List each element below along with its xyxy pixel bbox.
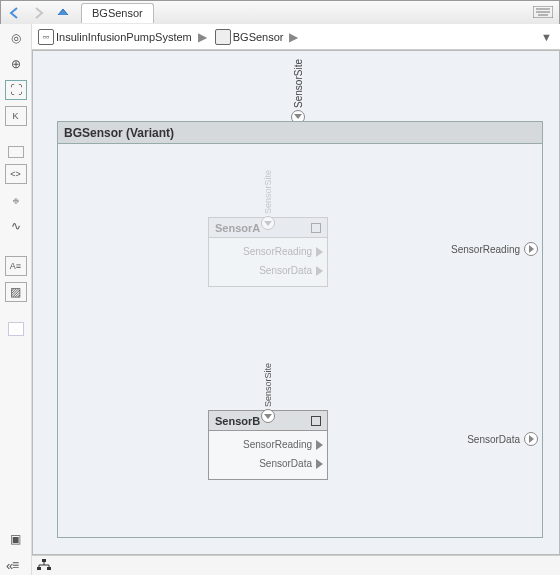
variant-badge-icon <box>311 416 321 426</box>
sensor-b-title: SensorB <box>215 415 260 427</box>
rail-port-icon[interactable]: ⎆ <box>5 190 27 210</box>
system-icon: ▫▫ <box>38 29 54 45</box>
breadcrumb-bar: ▫▫ InsulinInfusionPumpSystem ▶ BGSensor … <box>32 24 560 50</box>
hierarchy-icon <box>36 559 52 571</box>
collapse-rail-button[interactable]: « <box>6 558 13 573</box>
svg-rect-5 <box>37 567 41 570</box>
port-out-icon <box>316 266 323 276</box>
top-port-label: SensorSite <box>293 59 304 108</box>
forward-arrow-icon <box>31 6 47 20</box>
sensor-a-top-port-label: SensorSite <box>263 170 273 214</box>
out-port-reading-label: SensorReading <box>451 244 520 255</box>
port-out-icon <box>316 247 323 257</box>
sub-block-sensor-b[interactable]: SensorSite SensorB SensorReading SensorD… <box>208 410 328 480</box>
block-top-port[interactable]: SensorSite <box>291 59 305 124</box>
rail-k-icon[interactable]: K <box>5 106 27 126</box>
port-out-icon <box>316 459 323 469</box>
top-toolbar: BGSensor <box>1 1 559 25</box>
chevron-right-icon: ▶ <box>285 30 302 44</box>
rail-rect-icon[interactable] <box>8 146 24 158</box>
diagram-canvas[interactable]: SensorSite BGSensor (Variant) SensorSite… <box>32 50 560 555</box>
keyboard-button[interactable] <box>533 6 553 20</box>
rail-target-icon[interactable]: ◎ <box>5 28 27 48</box>
variant-block-header: BGSensor (Variant) <box>58 122 542 144</box>
variant-block-title: BGSensor (Variant) <box>64 126 174 140</box>
sensor-a-out-data[interactable]: SensorData <box>259 265 323 276</box>
hierarchy-button[interactable] <box>36 559 52 573</box>
port-out-icon <box>524 242 538 256</box>
keyboard-icon <box>533 6 553 18</box>
sensor-b-top-port-label: SensorSite <box>263 363 273 407</box>
breadcrumb-root-label: InsulinInfusionPumpSystem <box>56 31 192 43</box>
port-in-icon <box>261 409 275 423</box>
breadcrumb-dropdown[interactable]: ▼ <box>541 31 552 43</box>
status-bar <box>32 555 560 575</box>
sensor-a-out-reading[interactable]: SensorReading <box>243 246 323 257</box>
variant-badge-icon <box>311 223 321 233</box>
breadcrumb-root[interactable]: ▫▫ InsulinInfusionPumpSystem <box>34 29 194 45</box>
svg-rect-6 <box>47 567 51 570</box>
rail-text-icon[interactable]: A≡ <box>5 256 27 276</box>
port-in-icon <box>261 216 275 230</box>
tab-label: BGSensor <box>92 7 143 19</box>
block-out-port-data[interactable]: SensorData <box>467 432 538 446</box>
rail-code-icon[interactable]: <> <box>5 164 27 184</box>
left-tool-rail: ◎ ⊕ ⛶ K <> ⎆ ∿ A≡ ▨ ▣ ≡ « <box>0 24 32 575</box>
rail-signal-icon[interactable]: ∿ <box>5 216 27 236</box>
breadcrumb-current-label: BGSensor <box>233 31 284 43</box>
port-out-icon <box>316 440 323 450</box>
out-port-data-label: SensorData <box>467 434 520 445</box>
breadcrumb-current[interactable]: BGSensor <box>211 29 286 45</box>
sensor-a-title: SensorA <box>215 222 260 234</box>
block-out-port-reading[interactable]: SensorReading <box>451 242 538 256</box>
rail-blank-icon[interactable] <box>8 322 24 336</box>
workspace: ◎ ⊕ ⛶ K <> ⎆ ∿ A≡ ▨ ▣ ≡ « ▫▫ InsulinInfu… <box>0 24 560 575</box>
sensor-b-out-reading[interactable]: SensorReading <box>243 439 323 450</box>
variant-block[interactable]: BGSensor (Variant) SensorSite SensorA Se… <box>57 121 543 538</box>
block-icon <box>215 29 231 45</box>
back-arrow-icon <box>7 6 23 20</box>
up-button[interactable] <box>52 3 74 23</box>
rail-image-icon[interactable]: ▨ <box>5 282 27 302</box>
port-out-icon <box>524 432 538 446</box>
sensor-a-top-port[interactable]: SensorSite <box>261 170 275 230</box>
rail-camera-icon[interactable]: ▣ <box>5 529 27 549</box>
back-button[interactable] <box>4 3 26 23</box>
svg-rect-4 <box>42 559 46 562</box>
sensor-a-body: SensorReading SensorData <box>209 238 327 286</box>
tab-bgsensor[interactable]: BGSensor <box>81 3 154 23</box>
sensor-b-top-port[interactable]: SensorSite <box>261 363 275 423</box>
up-arrow-icon <box>55 6 71 20</box>
forward-button[interactable] <box>28 3 50 23</box>
sensor-b-out-data[interactable]: SensorData <box>259 458 323 469</box>
chevron-right-icon: ▶ <box>194 30 211 44</box>
rail-fit-icon[interactable]: ⛶ <box>5 80 27 100</box>
sub-block-sensor-a[interactable]: SensorSite SensorA SensorReading SensorD… <box>208 217 328 287</box>
sensor-b-body: SensorReading SensorData <box>209 431 327 479</box>
canvas-area: ▫▫ InsulinInfusionPumpSystem ▶ BGSensor … <box>32 24 560 575</box>
rail-zoom-icon[interactable]: ⊕ <box>5 54 27 74</box>
